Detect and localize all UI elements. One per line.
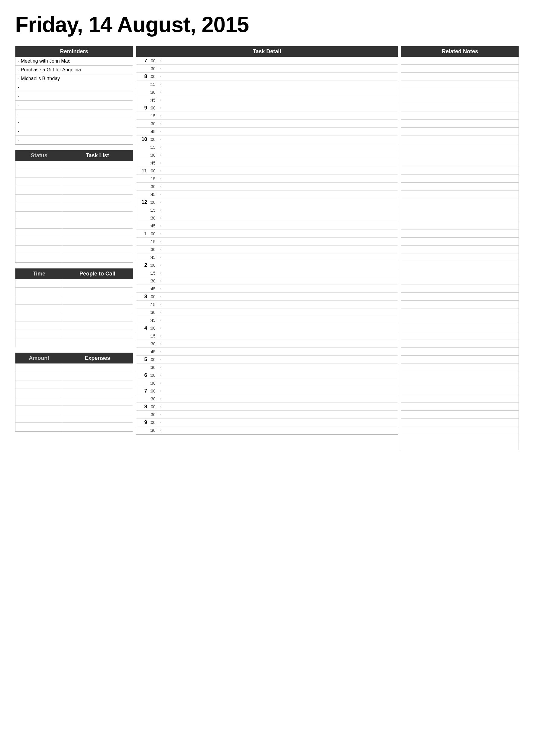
notes-row[interactable]	[401, 261, 519, 269]
notes-row[interactable]	[401, 183, 519, 191]
notes-row[interactable]	[401, 128, 519, 135]
amount-cell[interactable]	[15, 406, 62, 414]
call-time-cell[interactable]	[15, 321, 62, 330]
detail-cell[interactable]	[161, 336, 398, 337]
detail-cell[interactable]	[161, 170, 398, 172]
detail-cell[interactable]	[161, 202, 398, 203]
notes-row[interactable]	[401, 379, 519, 387]
notes-row[interactable]	[401, 356, 519, 364]
status-cell[interactable]	[15, 161, 62, 169]
notes-row[interactable]	[401, 348, 519, 356]
amount-cell[interactable]	[15, 423, 62, 431]
amount-cell[interactable]	[15, 372, 62, 380]
detail-cell[interactable]	[161, 84, 398, 85]
call-name-cell[interactable]	[62, 305, 133, 313]
status-cell[interactable]	[15, 237, 62, 245]
notes-row[interactable]	[401, 395, 519, 403]
status-cell[interactable]	[15, 246, 62, 254]
status-cell[interactable]	[15, 195, 62, 203]
detail-cell[interactable]	[161, 249, 398, 250]
detail-cell[interactable]	[161, 351, 398, 352]
notes-row[interactable]	[401, 88, 519, 96]
status-cell[interactable]	[15, 178, 62, 186]
detail-cell[interactable]	[161, 217, 398, 219]
detail-cell[interactable]	[161, 194, 398, 195]
task-cell[interactable]	[62, 220, 133, 228]
detail-cell[interactable]	[161, 186, 398, 187]
detail-cell[interactable]	[161, 414, 398, 415]
call-name-cell[interactable]	[62, 313, 133, 321]
notes-row[interactable]	[401, 72, 519, 80]
detail-cell[interactable]	[161, 115, 398, 117]
call-time-cell[interactable]	[15, 287, 62, 296]
call-name-cell[interactable]	[62, 279, 133, 287]
detail-cell[interactable]	[161, 233, 398, 234]
expense-cell[interactable]	[62, 380, 133, 389]
detail-cell[interactable]	[161, 430, 398, 431]
detail-cell[interactable]	[161, 398, 398, 399]
task-cell[interactable]	[62, 195, 133, 203]
detail-cell[interactable]	[161, 296, 398, 297]
notes-row[interactable]	[401, 246, 519, 254]
call-time-cell[interactable]	[15, 279, 62, 287]
notes-row[interactable]	[401, 143, 519, 151]
task-cell[interactable]	[62, 169, 133, 177]
status-cell[interactable]	[15, 220, 62, 228]
notes-row[interactable]	[401, 418, 519, 426]
amount-cell[interactable]	[15, 364, 62, 372]
notes-row[interactable]	[401, 214, 519, 222]
amount-cell[interactable]	[15, 414, 62, 422]
detail-cell[interactable]	[161, 343, 398, 344]
notes-row[interactable]	[401, 120, 519, 128]
expense-cell[interactable]	[62, 389, 133, 397]
notes-row[interactable]	[401, 135, 519, 143]
task-cell[interactable]	[62, 186, 133, 195]
detail-cell[interactable]	[161, 304, 398, 305]
detail-cell[interactable]	[161, 383, 398, 384]
detail-cell[interactable]	[161, 162, 398, 164]
call-name-cell[interactable]	[62, 321, 133, 330]
detail-cell[interactable]	[161, 280, 398, 282]
notes-row[interactable]	[401, 340, 519, 348]
notes-row[interactable]	[401, 371, 519, 379]
call-time-cell[interactable]	[15, 313, 62, 321]
notes-row[interactable]	[401, 57, 519, 65]
call-name-cell[interactable]	[62, 287, 133, 296]
notes-row[interactable]	[401, 285, 519, 293]
task-cell[interactable]	[62, 229, 133, 237]
status-cell[interactable]	[15, 229, 62, 237]
detail-cell[interactable]	[161, 60, 398, 61]
detail-cell[interactable]	[161, 154, 398, 156]
expense-cell[interactable]	[62, 423, 133, 431]
notes-row[interactable]	[401, 191, 519, 198]
notes-row[interactable]	[401, 80, 519, 88]
expense-cell[interactable]	[62, 372, 133, 380]
notes-row[interactable]	[401, 269, 519, 277]
detail-cell[interactable]	[161, 139, 398, 140]
detail-cell[interactable]	[161, 328, 398, 329]
notes-row[interactable]	[401, 112, 519, 120]
notes-row[interactable]	[401, 104, 519, 112]
notes-row[interactable]	[401, 230, 519, 238]
notes-row[interactable]	[401, 254, 519, 261]
detail-cell[interactable]	[161, 107, 398, 109]
notes-row[interactable]	[401, 198, 519, 206]
expense-cell[interactable]	[62, 414, 133, 422]
task-cell[interactable]	[62, 212, 133, 220]
detail-cell[interactable]	[161, 320, 398, 321]
task-cell[interactable]	[62, 178, 133, 186]
notes-row[interactable]	[401, 151, 519, 159]
detail-cell[interactable]	[161, 265, 398, 266]
detail-cell[interactable]	[161, 225, 398, 227]
notes-row[interactable]	[401, 96, 519, 104]
call-time-cell[interactable]	[15, 305, 62, 313]
notes-row[interactable]	[401, 65, 519, 72]
detail-cell[interactable]	[161, 131, 398, 132]
notes-row[interactable]	[401, 434, 519, 442]
detail-cell[interactable]	[161, 367, 398, 368]
detail-cell[interactable]	[161, 147, 398, 148]
notes-row[interactable]	[401, 222, 519, 230]
detail-cell[interactable]	[161, 359, 398, 360]
amount-cell[interactable]	[15, 380, 62, 389]
detail-cell[interactable]	[161, 406, 398, 407]
